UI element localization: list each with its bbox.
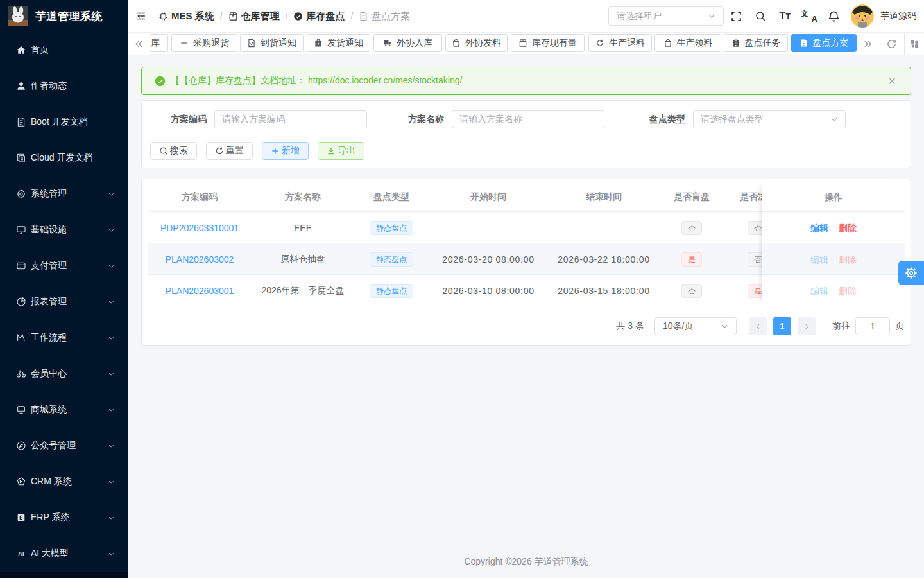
svg-text:AI: AI [18, 550, 24, 557]
